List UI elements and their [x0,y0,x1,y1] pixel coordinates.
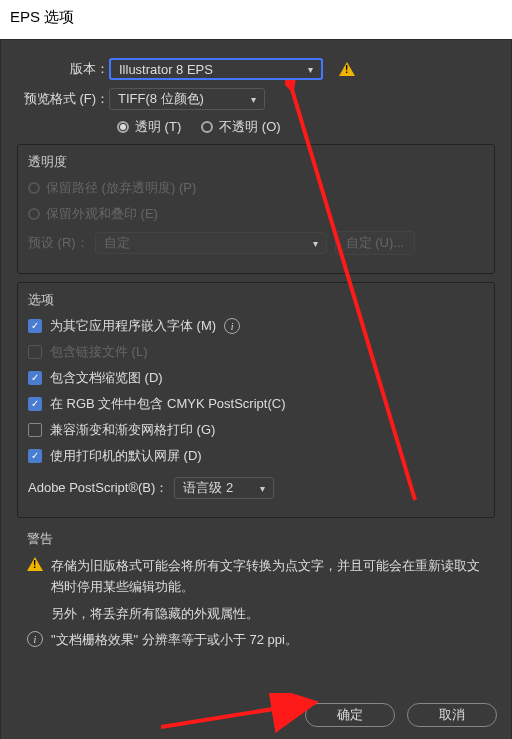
dialog-footer: 确定 取消 [305,703,497,727]
radio-transparent-label: 透明 (T) [135,118,181,136]
preserve-appearance-label: 保留外观和叠印 (E) [46,205,158,223]
postscript-row: Adobe PostScript®(B)： 语言级 2 ▾ [28,477,484,499]
warning-text-2: 另外，将丢弃所有隐藏的外观属性。 [51,604,259,625]
radio-opaque[interactable] [201,121,213,133]
options-title: 选项 [28,291,484,309]
version-label: 版本： [9,60,109,78]
options-group: 选项 为其它应用程序嵌入字体 (M) i 包含链接文件 (L) 包含文档缩览图 … [17,282,495,518]
include-thumb-label: 包含文档缩览图 (D) [50,369,163,387]
check-embed-fonts[interactable] [28,319,42,333]
embed-fonts-label: 为其它应用程序嵌入字体 (M) [50,317,216,335]
printer-default-label: 使用打印机的默认网屏 (D) [50,447,202,465]
version-value: Illustrator 8 EPS [119,62,213,77]
warnings-title: 警告 [27,530,485,548]
postscript-label: Adobe PostScript®(B)： [28,479,168,497]
embed-fonts-row: 为其它应用程序嵌入字体 (M) i [28,317,484,335]
radio-transparent[interactable] [117,121,129,133]
preset-label: 预设 (R)： [28,234,89,252]
transparency-group: 透明度 保留路径 (放弃透明度) (P) 保留外观和叠印 (E) 预设 (R)：… [17,144,495,274]
version-select[interactable]: Illustrator 8 EPS ▾ [109,58,323,80]
check-include-thumb[interactable] [28,371,42,385]
postscript-select[interactable]: 语言级 2 ▾ [174,477,274,499]
chevron-down-icon: ▾ [308,64,313,75]
warnings-group: 警告 存储为旧版格式可能会将所有文字转换为点文字，并且可能会在重新读取文档时停用… [17,526,495,661]
transparency-title: 透明度 [28,153,484,171]
radio-opaque-label: 不透明 (O) [219,118,280,136]
cmyk-in-rgb-row: 在 RGB 文件中包含 CMYK PostScript(C) [28,395,484,413]
warning-icon [339,62,355,76]
preset-select: 自定 ▾ [95,232,327,254]
preset-value: 自定 [104,234,130,252]
chevron-down-icon: ▾ [260,483,265,494]
use-printer-default-row: 使用打印机的默认网屏 (D) [28,447,484,465]
warning-row-3: i "文档栅格效果" 分辨率等于或小于 72 ppi。 [27,630,485,651]
preview-value: TIFF(8 位颜色) [118,90,204,108]
warning-row-2: 另外，将丢弃所有隐藏的外观属性。 [27,604,485,625]
version-row: 版本： Illustrator 8 EPS ▾ [9,58,503,80]
radio-preserve-appearance [28,208,40,220]
svg-line-1 [161,703,311,727]
preset-row: 预设 (R)： 自定 ▾ 自定 (U)... [28,231,484,255]
transparency-radio-row: 透明 (T) 不透明 (O) [9,118,503,136]
preserve-appearance-row: 保留外观和叠印 (E) [28,205,484,223]
ok-button[interactable]: 确定 [305,703,395,727]
info-icon: i [27,631,43,647]
include-linked-row: 包含链接文件 (L) [28,343,484,361]
check-printer-default[interactable] [28,449,42,463]
warning-text-1: 存储为旧版格式可能会将所有文字转换为点文字，并且可能会在重新读取文档时停用某些编… [51,556,485,598]
info-icon[interactable]: i [224,318,240,334]
preserve-paths-label: 保留路径 (放弃透明度) (P) [46,179,196,197]
include-thumb-row: 包含文档缩览图 (D) [28,369,484,387]
chevron-down-icon: ▾ [251,94,256,105]
warning-text-3: "文档栅格效果" 分辨率等于或小于 72 ppi。 [51,630,298,651]
check-cmyk-in-rgb[interactable] [28,397,42,411]
preview-format-row: 预览格式 (F)： TIFF(8 位颜色) ▾ [9,88,503,110]
postscript-value: 语言级 2 [183,479,233,497]
dialog-title: EPS 选项 [0,0,512,39]
compat-gradient-label: 兼容渐变和渐变网格打印 (G) [50,421,215,439]
cancel-button[interactable]: 取消 [407,703,497,727]
chevron-down-icon: ▾ [313,238,318,249]
preview-label: 预览格式 (F)： [9,90,109,108]
preview-select[interactable]: TIFF(8 位颜色) ▾ [109,88,265,110]
preserve-paths-row: 保留路径 (放弃透明度) (P) [28,179,484,197]
warning-row-1: 存储为旧版格式可能会将所有文字转换为点文字，并且可能会在重新读取文档时停用某些编… [27,556,485,598]
warning-icon [27,557,43,571]
radio-preserve-paths [28,182,40,194]
eps-options-dialog: 版本： Illustrator 8 EPS ▾ 预览格式 (F)： TIFF(8… [0,39,512,739]
check-compat-gradient[interactable] [28,423,42,437]
include-linked-label: 包含链接文件 (L) [50,343,148,361]
check-include-linked [28,345,42,359]
custom-button: 自定 (U)... [335,231,416,255]
compat-gradient-row: 兼容渐变和渐变网格打印 (G) [28,421,484,439]
cmyk-in-rgb-label: 在 RGB 文件中包含 CMYK PostScript(C) [50,395,285,413]
